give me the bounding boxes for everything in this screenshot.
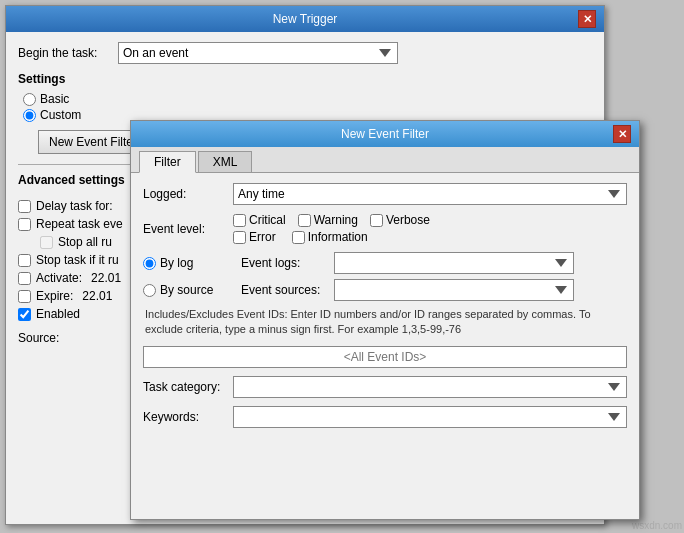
expire-checkbox[interactable]: [18, 290, 31, 303]
event-sources-select[interactable]: [334, 279, 574, 301]
info-text: Includes/Excludes Event IDs: Enter ID nu…: [145, 307, 627, 338]
warning-check-item: Warning: [298, 213, 358, 227]
by-log-label: By log: [160, 256, 193, 270]
information-check-item: Information: [292, 230, 368, 244]
warning-checkbox[interactable]: [298, 214, 311, 227]
information-label: Information: [308, 230, 368, 244]
delay-checkbox[interactable]: [18, 200, 31, 213]
source-label: Source:: [18, 331, 59, 345]
logged-label: Logged:: [143, 187, 233, 201]
basic-radio-item[interactable]: Basic: [23, 92, 592, 106]
keywords-row: Keywords:: [143, 406, 627, 428]
event-logs-select[interactable]: [334, 252, 574, 274]
custom-radio[interactable]: [23, 109, 36, 122]
verbose-check-item: Verbose: [370, 213, 430, 227]
error-checkbox[interactable]: [233, 231, 246, 244]
filter-titlebar: New Event Filter ✕: [131, 121, 639, 147]
repeat-label: Repeat task eve: [36, 217, 123, 231]
by-log-row: By log Event logs: By source Event sourc…: [143, 252, 627, 301]
tab-bar: Filter XML: [131, 147, 639, 173]
stop-all-checkbox[interactable]: [40, 236, 53, 249]
keywords-select[interactable]: [233, 406, 627, 428]
critical-check-item: Critical: [233, 213, 286, 227]
critical-checkbox[interactable]: [233, 214, 246, 227]
logged-select[interactable]: Any time: [233, 183, 627, 205]
watermark: wsxdn.com: [632, 520, 682, 531]
stop-task-checkbox[interactable]: [18, 254, 31, 267]
basic-radio[interactable]: [23, 93, 36, 106]
verbose-checkbox[interactable]: [370, 214, 383, 227]
filter-title: New Event Filter: [157, 127, 613, 141]
information-checkbox[interactable]: [292, 231, 305, 244]
trigger-titlebar: New Trigger ✕: [6, 6, 604, 32]
tab-xml[interactable]: XML: [198, 151, 253, 172]
error-label: Error: [249, 230, 276, 244]
event-level-row: Event level: Critical Warning: [143, 213, 627, 244]
begin-task-select[interactable]: On an event: [118, 42, 398, 64]
keywords-label: Keywords:: [143, 410, 233, 424]
by-source-radio[interactable]: [143, 284, 156, 297]
logged-row: Logged: Any time: [143, 183, 627, 205]
custom-label: Custom: [40, 108, 81, 122]
stop-all-label: Stop all ru: [58, 235, 112, 249]
warning-label: Warning: [314, 213, 358, 227]
task-category-row: Task category:: [143, 376, 627, 398]
error-check-item: Error: [233, 230, 276, 244]
activate-label: Activate:: [36, 271, 82, 285]
expire-value: 22.01: [82, 289, 112, 303]
event-ids-row: [143, 346, 627, 368]
delay-label: Delay task for:: [36, 199, 113, 213]
event-logs-label: Event logs:: [241, 256, 326, 270]
by-log-radio[interactable]: [143, 257, 156, 270]
trigger-close-button[interactable]: ✕: [578, 10, 596, 28]
enabled-label: Enabled: [36, 307, 80, 321]
expire-label: Expire:: [36, 289, 73, 303]
task-category-label: Task category:: [143, 380, 233, 394]
activate-value: 22.01: [91, 271, 121, 285]
trigger-title: New Trigger: [32, 12, 578, 26]
activate-checkbox[interactable]: [18, 272, 31, 285]
stop-task-label: Stop task if it ru: [36, 253, 119, 267]
tab-filter[interactable]: Filter: [139, 151, 196, 173]
by-source-label: By source: [160, 283, 213, 297]
event-sources-label: Event sources:: [241, 283, 326, 297]
basic-label: Basic: [40, 92, 69, 106]
filter-close-button[interactable]: ✕: [613, 125, 631, 143]
event-filter-dialog: New Event Filter ✕ Filter XML Logged: An…: [130, 120, 640, 520]
verbose-label: Verbose: [386, 213, 430, 227]
settings-label: Settings: [18, 72, 592, 86]
repeat-checkbox[interactable]: [18, 218, 31, 231]
event-level-label: Event level:: [143, 222, 233, 236]
task-category-select[interactable]: [233, 376, 627, 398]
critical-label: Critical: [249, 213, 286, 227]
event-ids-input[interactable]: [143, 346, 627, 368]
begin-task-label: Begin the task:: [18, 46, 118, 60]
enabled-checkbox[interactable]: [18, 308, 31, 321]
